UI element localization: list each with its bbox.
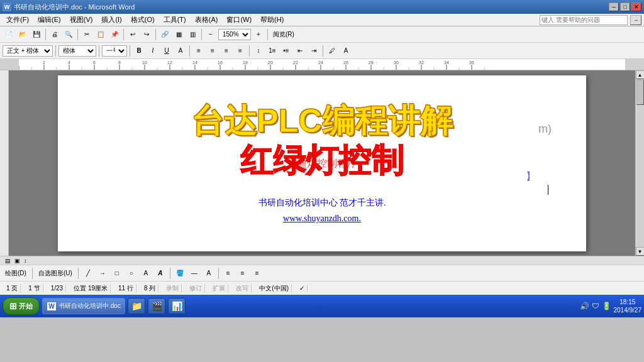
svg-text:8: 8	[118, 60, 121, 65]
taskbar-folder-app[interactable]: 📁	[128, 298, 145, 314]
separator3	[170, 268, 170, 279]
undo-button[interactable]: ↩	[126, 28, 139, 41]
svg-text:26: 26	[343, 60, 348, 65]
scroll-thumb[interactable]	[636, 80, 644, 105]
scroll-down-button[interactable]: ▼	[636, 247, 645, 256]
line-color-button[interactable]: —	[188, 267, 201, 280]
print-preview-button[interactable]: 🔍	[62, 28, 75, 41]
bullets-button[interactable]: •≡	[280, 45, 292, 57]
line-tool[interactable]: ╱	[82, 267, 94, 280]
close-button[interactable]: ✕	[631, 3, 641, 11]
main-area: m) 交通灯控制程序 台达PLC编程讲解 红绿灯控制 】 书研自动化培训中心 范…	[0, 70, 644, 256]
zoom-select[interactable]: 150%	[218, 29, 251, 40]
maximize-button[interactable]: □	[620, 3, 630, 11]
taskbar-word-app[interactable]: W 书研自动化培训中.doc	[42, 298, 125, 314]
taskbar: ⊞ 开始 W 书研自动化培训中.doc 📁 🎬 📊 🔊 🛡 🔋 18:15 20…	[0, 295, 644, 317]
char-style-button[interactable]: A	[340, 45, 352, 57]
page-view-icon2[interactable]: ▣	[14, 258, 20, 264]
menu-table[interactable]: 表格(A)	[191, 14, 222, 25]
right-scrollbar[interactable]: ▲ ▼	[635, 70, 644, 256]
media-taskbar-icon: 🎬	[152, 301, 162, 311]
menu-tools[interactable]: 工具(T)	[160, 14, 190, 25]
paste-button[interactable]: 📌	[108, 28, 121, 41]
open-button[interactable]: 📂	[16, 28, 29, 41]
style-select[interactable]: 正文 + 楷体	[3, 45, 53, 57]
menu-window[interactable]: 窗口(W)	[223, 14, 255, 25]
font-color-button[interactable]: A	[174, 45, 187, 57]
italic-button[interactable]: I	[147, 45, 159, 57]
scroll-track[interactable]	[636, 79, 644, 247]
zoom-in-button[interactable]: +	[252, 28, 265, 41]
start-label: 开始	[19, 302, 33, 311]
left-ruler	[0, 70, 9, 256]
oval-tool[interactable]: ○	[125, 267, 138, 280]
copy-button[interactable]: 📋	[94, 28, 107, 41]
menu-view[interactable]: 视图(V)	[66, 14, 97, 25]
menu-edit[interactable]: 编辑(E)	[34, 14, 65, 25]
cut-button[interactable]: ✂	[80, 28, 93, 41]
increase-indent-button[interactable]: ⇥	[308, 45, 320, 57]
draw-menu-button[interactable]: 绘图(D)	[3, 267, 29, 280]
separator4	[155, 29, 156, 40]
separator6	[267, 29, 268, 40]
document-area[interactable]: m) 交通灯控制程序 台达PLC编程讲解 红绿灯控制 】 书研自动化培训中心 范…	[9, 70, 635, 256]
page-count-status: 1 页	[4, 284, 21, 293]
align-left-button[interactable]: ≡	[192, 45, 205, 57]
separator3	[130, 45, 130, 57]
page-view-icon3[interactable]: ↕	[24, 258, 27, 264]
font-select[interactable]: 楷体	[58, 45, 96, 57]
align-right-button[interactable]: ≡	[220, 45, 233, 57]
new-button[interactable]: 📄	[3, 28, 15, 41]
align-center2[interactable]: ≡	[236, 267, 249, 280]
document-url[interactable]: www.shuyanzdh.com.	[283, 214, 361, 224]
svg-text:28: 28	[369, 60, 374, 65]
justify-button[interactable]: ≡	[234, 45, 247, 57]
print-button[interactable]: 🖨	[48, 28, 61, 41]
view-button[interactable]: 阅览(R)	[270, 28, 297, 41]
standard-toolbar: 📄 📂 💾 🖨 🔍 ✂ 📋 📌 ↩ ↪ 🔗 ▦ ▥ − 150% + 阅览(R)	[0, 26, 644, 43]
underline-button[interactable]: U	[160, 45, 173, 57]
size-select[interactable]: 一号	[102, 45, 127, 57]
taskbar-word-label: 书研自动化培训中.doc	[58, 302, 121, 310]
table-button[interactable]: ▦	[172, 28, 185, 41]
menu-help[interactable]: 帮助(H)	[257, 14, 287, 25]
redo-button[interactable]: ↪	[140, 28, 153, 41]
rect-tool[interactable]: □	[111, 267, 123, 280]
font-color-button2[interactable]: A	[203, 267, 215, 280]
start-button[interactable]: ⊞ 开始	[3, 297, 40, 315]
help-search-button[interactable]: →	[630, 15, 641, 25]
textbox-tool[interactable]: A	[140, 267, 152, 280]
document-title-line1: 台达PLC编程讲解	[83, 103, 561, 139]
highlight-button[interactable]: 🖊	[326, 45, 338, 57]
align-right2[interactable]: ≡	[251, 267, 264, 280]
fill-color-button[interactable]: 🪣	[174, 267, 186, 280]
ruler-active[interactable]: 2 4 6 8 10 12 14 16 18 20 22 24 26 28 30…	[19, 59, 625, 70]
tray-icon1: 🔊	[580, 302, 589, 310]
zoom-out-button[interactable]: −	[204, 28, 217, 41]
align-left2[interactable]: ≡	[222, 267, 235, 280]
arrow-tool[interactable]: →	[96, 267, 109, 280]
menu-file[interactable]: 文件(F)	[3, 14, 33, 25]
bold-button[interactable]: B	[133, 45, 145, 57]
line-spacing-button[interactable]: ↕	[252, 45, 265, 57]
autoshapes-button[interactable]: 自选图形(U)	[36, 267, 75, 280]
numbering-button[interactable]: 1≡	[266, 45, 279, 57]
help-search-input[interactable]	[540, 15, 628, 25]
align-center-button[interactable]: ≡	[206, 45, 219, 57]
page-view-icon1[interactable]: ▤	[5, 258, 11, 264]
menu-format[interactable]: 格式(O)	[127, 14, 158, 25]
folder-taskbar-icon: 📁	[132, 301, 142, 311]
taskbar-chart-app[interactable]: 📊	[168, 298, 186, 314]
ruler-left-margin	[0, 59, 19, 70]
menu-insert[interactable]: 插入(I)	[97, 14, 125, 25]
wordart-tool[interactable]: A	[154, 267, 167, 280]
minimize-button[interactable]: ─	[609, 3, 619, 11]
line-status: 11 行	[116, 284, 136, 293]
scroll-up-button[interactable]: ▲	[636, 70, 645, 79]
hyperlink-button[interactable]: 🔗	[158, 28, 171, 41]
taskbar-media-app[interactable]: 🎬	[148, 298, 165, 314]
columns-button[interactable]: ▥	[186, 28, 199, 41]
document-page: m) 交通灯控制程序 台达PLC编程讲解 红绿灯控制 】 书研自动化培训中心 范…	[58, 75, 586, 251]
decrease-indent-button[interactable]: ⇤	[294, 45, 306, 57]
save-button[interactable]: 💾	[30, 28, 43, 41]
